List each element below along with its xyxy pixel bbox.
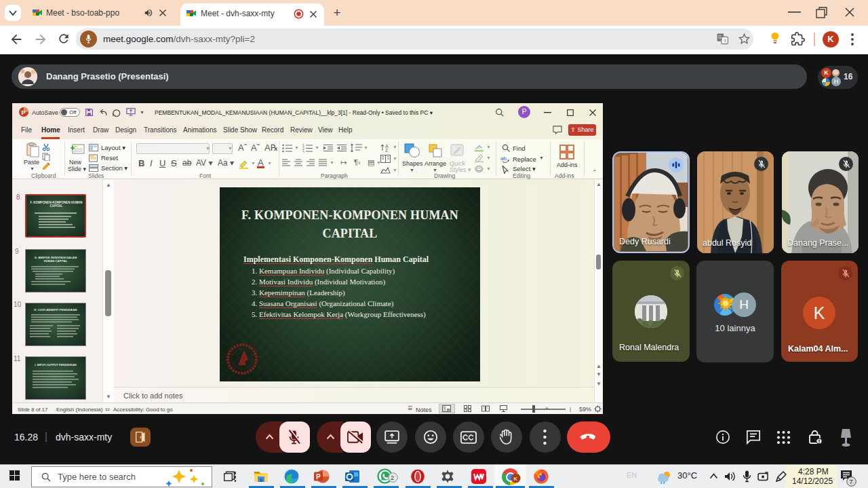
svg-text:3: 3 xyxy=(302,150,304,153)
svg-text:I. INPUT-OUTPUT PENDIDIKAN: I. INPUT-OUTPUT PENDIDIKAN xyxy=(35,363,77,367)
svg-text:P: P xyxy=(316,473,321,481)
svg-text:HUMAN CAPITAL: HUMAN CAPITAL xyxy=(44,259,68,263)
svg-text:2: 2 xyxy=(391,474,394,481)
svg-text:CAPITAL: CAPITAL xyxy=(50,204,62,208)
svg-text:P: P xyxy=(22,109,26,116)
svg-text:文: 文 xyxy=(723,38,727,43)
svg-text:H. COST-BENEFIT PENDIDIKAN: H. COST-BENEFIT PENDIDIKAN xyxy=(34,308,77,312)
svg-text:K: K xyxy=(513,476,517,482)
svg-text:7: 7 xyxy=(850,478,853,485)
svg-text:ab: ab xyxy=(500,155,507,162)
svg-text:Z: Z xyxy=(385,148,389,152)
